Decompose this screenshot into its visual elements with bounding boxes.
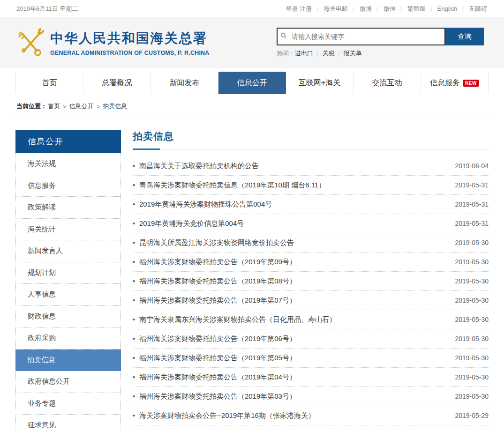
nav-tab-home[interactable]: 首页: [15, 72, 83, 94]
breadcrumb: 当前位置： 首页 > 信息公开 > 拍卖信息: [15, 94, 489, 117]
sidebar-item-info-service[interactable]: 信息服务: [16, 175, 120, 197]
list-item: •2019年黄埔海关涉案财物摇珠公告第004号 2019-05-31: [133, 195, 489, 214]
main-panel: 拍卖信息 •南昌海关关于选取委托拍卖机构的公告 2019-06-04 •青岛海关…: [121, 130, 489, 425]
announcement-date: 2019-05-31: [455, 181, 489, 189]
bullet-icon: •: [133, 181, 135, 189]
announcement-link[interactable]: 福州海关涉案财物委托拍卖公告（2019年第03号）: [139, 392, 296, 401]
sidebar-item-gov-info-disclosure[interactable]: 政府信息公开: [16, 371, 120, 393]
sidebar-item-gov-procurement[interactable]: 政府采购: [16, 327, 120, 349]
announcement-link[interactable]: 福州海关涉案财物委托拍卖公告（2019年第08号）: [139, 277, 296, 286]
hotword-tariff[interactable]: 关税: [322, 49, 334, 58]
announcement-date: 2019-05-30: [455, 297, 489, 304]
sidebar-item-fiscal-info[interactable]: 财政信息: [16, 306, 120, 328]
announcement-link[interactable]: 青岛海关涉案财物委托拍卖信息（2019年第10期 烟台6.11）: [139, 181, 325, 190]
divider: |: [401, 6, 402, 12]
customs-emblem-icon: [15, 28, 45, 57]
list-item: •福州海关涉案财物委托拍卖公告（2019年第03号） 2019-05-30: [133, 387, 489, 406]
bullet-icon: •: [133, 162, 135, 170]
nav-tab-overview[interactable]: 总署概况: [83, 72, 151, 94]
announcement-link[interactable]: 福州海关涉案财物委托拍卖公告（2019年第06号）: [139, 334, 296, 343]
sidebar-item-business-topics[interactable]: 业务专题: [16, 393, 120, 415]
announcement-link[interactable]: 福州海关涉案财物委托拍卖公告（2019年第05号）: [139, 354, 296, 363]
announcement-link[interactable]: 福州海关涉案财物委托拍卖公告（2019年第09号）: [139, 258, 296, 267]
hotword-declaration[interactable]: 报关单: [344, 49, 362, 58]
list-item: •2019年黄埔海关竞价信息第004号 2019-05-31: [133, 214, 489, 233]
sidebar-item-spokesperson[interactable]: 新闻发言人: [16, 240, 120, 262]
wechat-link[interactable]: 微信: [384, 5, 396, 13]
breadcrumb-separator: >: [97, 103, 100, 110]
announcement-link[interactable]: 2019年黄埔海关涉案财物摇珠公告第004号: [139, 200, 272, 209]
divider: |: [377, 6, 378, 12]
sidebar-item-customs-regulations[interactable]: 海关法规: [16, 153, 120, 175]
announcement-link[interactable]: 2019年黄埔海关竞价信息第004号: [139, 219, 244, 228]
bullet-icon: •: [133, 297, 135, 304]
announcement-date: 2019-05-30: [455, 393, 489, 400]
sidebar-item-customs-statistics[interactable]: 海关统计: [16, 219, 120, 241]
nav-tab-info-service[interactable]: 信息服务 NEW: [421, 72, 489, 94]
sidebar-item-personnel-info[interactable]: 人事信息: [16, 284, 120, 306]
announcement-link[interactable]: 昆明海关所属盈江海关涉案物资网络竞价拍卖公告: [139, 238, 294, 247]
accessibility-link[interactable]: 无障碍: [469, 5, 487, 13]
list-item: •南宁海关隶属东兴海关涉案财物拍卖公告（日化用品、寿山石） 2019-05-30: [133, 310, 489, 329]
hotword-import-export[interactable]: 进出口: [295, 49, 313, 58]
site-title-chinese: 中华人民共和国海关总署: [50, 30, 210, 47]
utility-links: 登录 注册| 海关电邮| 微博| 微信| 繁體版| English| 无障碍: [286, 5, 487, 13]
list-item: •海关涉案财物拍卖会公告--2019年第16期（张家港海关） 2019-05-2…: [133, 406, 489, 425]
search-input[interactable]: [277, 28, 445, 45]
breadcrumb-auction-info[interactable]: 拍卖信息: [103, 102, 127, 111]
announcement-link[interactable]: 南昌海关关于选取委托拍卖机构的公告: [139, 162, 259, 171]
nav-tab-info-disclosure[interactable]: 信息公开: [218, 72, 286, 94]
sidebar-item-solicit-opinions[interactable]: 征求意见: [16, 415, 120, 431]
new-badge: NEW: [463, 80, 479, 87]
title-accent-bar: [133, 149, 160, 150]
bullet-icon: •: [133, 277, 135, 285]
bullet-icon: •: [133, 258, 135, 266]
bullet-icon: •: [133, 393, 135, 400]
announcement-list: •南昌海关关于选取委托拍卖机构的公告 2019-06-04 •青岛海关涉案财物委…: [133, 156, 489, 425]
hotwords-label: 热词：: [277, 49, 295, 58]
search-submit-button[interactable]: 查询: [445, 28, 484, 45]
announcement-link[interactable]: 福州海关涉案财物委托拍卖公告（2019年第04号）: [139, 373, 296, 382]
sidebar-item-policy-interpretation[interactable]: 政策解读: [16, 197, 120, 219]
announcement-date: 2019-05-30: [455, 277, 489, 285]
nav-tab-internet-customs[interactable]: 互联网+海关: [286, 72, 354, 94]
breadcrumb-label: 当前位置：: [16, 102, 47, 111]
announcement-date: 2019-05-30: [455, 239, 489, 246]
list-item: •福州海关涉案财物委托拍卖公告（2019年第04号） 2019-05-30: [133, 368, 489, 387]
divider: |: [462, 6, 464, 12]
traditional-chinese-link[interactable]: 繁體版: [407, 5, 426, 13]
bullet-icon: •: [133, 412, 135, 419]
bullet-icon: •: [133, 239, 135, 246]
breadcrumb-separator: >: [63, 103, 67, 110]
section-header: 拍卖信息: [133, 130, 489, 149]
sidebar: 信息公开 海关法规 信息服务 政策解读 海关统计 新闻发言人 规划计划 人事信息…: [15, 130, 121, 431]
content-area: 信息公开 海关法规 信息服务 政策解读 海关统计 新闻发言人 规划计划 人事信息…: [15, 130, 489, 431]
divider: |: [317, 6, 318, 12]
announcement-date: 2019-05-29: [455, 412, 489, 419]
top-utility-bar: 2019年6月11日 星期二 登录 注册| 海关电邮| 微博| 微信| 繁體版|…: [0, 0, 504, 17]
nav-tab-interaction[interactable]: 交流互动: [354, 72, 421, 94]
announcement-link[interactable]: 南宁海关隶属东兴海关涉案财物拍卖公告（日化用品、寿山石）: [139, 315, 336, 324]
announcement-date: 2019-05-30: [455, 373, 489, 381]
english-link[interactable]: English: [437, 5, 458, 12]
sidebar-title: 信息公开: [15, 130, 121, 153]
page: 2019年6月11日 星期二 登录 注册| 海关电邮| 微博| 微信| 繁體版|…: [0, 0, 504, 431]
list-item: •福州海关涉案财物委托拍卖公告（2019年第09号） 2019-05-30: [133, 253, 489, 272]
customs-email-link[interactable]: 海关电邮: [323, 5, 348, 13]
login-register-link[interactable]: 登录 注册: [286, 5, 312, 13]
announcement-link[interactable]: 海关涉案财物拍卖会公告--2019年第16期（张家港海关）: [139, 411, 315, 420]
sidebar-item-auction-info[interactable]: 拍卖信息: [15, 349, 121, 372]
announcement-link[interactable]: 福州海关涉案财物委托拍卖公告（2019年第07号）: [139, 296, 296, 305]
nav-tab-news[interactable]: 新闻发布: [151, 72, 218, 94]
announcement-date: 2019-05-31: [455, 220, 489, 227]
weibo-link[interactable]: 微博: [360, 5, 372, 13]
sidebar-item-planning[interactable]: 规划计划: [16, 262, 120, 284]
bullet-icon: •: [133, 316, 135, 323]
brand-text: 中华人民共和国海关总署 GENERAL ADMINISTRATION OF CU…: [50, 30, 210, 56]
divider: |: [431, 6, 432, 12]
bullet-icon: •: [133, 220, 135, 227]
breadcrumb-info-disclosure[interactable]: 信息公开: [69, 102, 94, 111]
site-brand[interactable]: 中华人民共和国海关总署 GENERAL ADMINISTRATION OF CU…: [15, 28, 210, 57]
breadcrumb-home[interactable]: 首页: [48, 102, 60, 111]
announcement-date: 2019-06-04: [455, 162, 489, 170]
